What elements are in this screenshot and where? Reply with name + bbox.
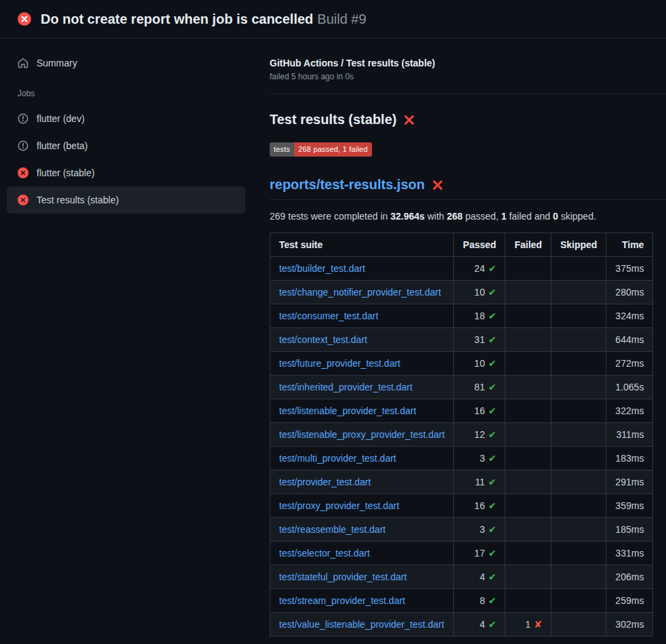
- sidebar-item-job[interactable]: flutter (beta): [7, 132, 245, 159]
- check-icon: ✔: [488, 500, 497, 511]
- summary-text: failed and: [507, 211, 554, 222]
- job-label: flutter (stable): [37, 166, 95, 180]
- test-suite-link[interactable]: test/listenable_provider_test.dart: [279, 405, 416, 416]
- sidebar: Summary Jobs flutter (dev)flutter (beta)…: [0, 39, 257, 224]
- table-row: test/value_listenable_provider_test.dart…: [270, 613, 653, 637]
- test-suite-link[interactable]: test/stateful_provider_test.dart: [279, 571, 407, 582]
- suite-cell: test/builder_test.dart: [270, 257, 454, 281]
- passed-count: 11: [475, 477, 485, 487]
- skipped-cell: [551, 399, 606, 423]
- table-row: test/proxy_provider_test.dart16✔359ms: [270, 494, 653, 518]
- test-suite-link[interactable]: test/multi_provider_test.dart: [279, 453, 396, 464]
- sidebar-item-job[interactable]: flutter (dev): [7, 105, 245, 132]
- passed-cell: 17✔: [454, 542, 505, 565]
- check-icon: ✔: [488, 358, 497, 369]
- sidebar-item-job[interactable]: Test results (stable): [7, 186, 245, 214]
- suite-cell: test/change_notifier_provider_test.dart: [270, 281, 454, 304]
- summary-text: 1: [501, 211, 507, 222]
- skipped-cell: [551, 589, 606, 613]
- table-row: test/context_test.dart31✔644ms: [270, 328, 653, 352]
- cancelled-icon: [18, 140, 28, 151]
- passed-count: 31: [474, 334, 485, 345]
- failed-cell: [505, 447, 551, 470]
- test-suite-link[interactable]: test/stream_provider_test.dart: [279, 595, 405, 606]
- job-label: Test results (stable): [37, 193, 119, 207]
- table-row: test/future_provider_test.dart10✔272ms: [270, 352, 653, 376]
- suite-cell: test/consumer_test.dart: [270, 304, 454, 328]
- column-header: Test suite: [270, 233, 454, 257]
- suite-cell: test/value_listenable_provider_test.dart: [270, 613, 454, 637]
- test-suite-link[interactable]: test/future_provider_test.dart: [279, 358, 400, 369]
- time-cell: 1.065s: [606, 376, 653, 399]
- suite-cell: test/future_provider_test.dart: [270, 352, 454, 376]
- skipped-cell: [551, 565, 606, 589]
- failed-count: 1: [525, 619, 530, 630]
- check-run-page: Do not create report when job is cancell…: [0, 0, 666, 644]
- failed-cell: [505, 565, 551, 589]
- time-cell: 324ms: [606, 304, 653, 328]
- skipped-cell: [551, 352, 606, 376]
- breadcrumb: GitHub Actions / Test results (stable): [270, 58, 666, 68]
- passed-count: 24: [474, 263, 485, 274]
- summary-text: passed,: [463, 211, 501, 222]
- time-cell: 185ms: [606, 518, 653, 542]
- time-cell: 644ms: [606, 328, 653, 352]
- column-header: Passed: [454, 233, 505, 257]
- failed-cell: [505, 470, 551, 494]
- table-row: test/selector_test.dart17✔331ms: [270, 542, 653, 565]
- time-cell: 311ms: [606, 423, 653, 447]
- skipped-cell: [551, 613, 606, 637]
- suite-cell: test/listenable_provider_test.dart: [270, 399, 454, 423]
- column-header: Time: [606, 233, 653, 257]
- passed-cell: 16✔: [454, 494, 505, 518]
- passed-cell: 16✔: [454, 399, 505, 423]
- test-suite-link[interactable]: test/inherited_provider_test.dart: [279, 382, 413, 393]
- badge-value: 268 passed, 1 failed: [294, 142, 371, 157]
- skipped-cell: [551, 257, 606, 281]
- passed-count: 17: [474, 548, 485, 559]
- report-file-link[interactable]: reports/test-results.json: [270, 177, 425, 193]
- sidebar-item-summary[interactable]: Summary: [7, 49, 245, 77]
- failed-cell: [505, 542, 551, 565]
- test-suite-link[interactable]: test/listenable_proxy_provider_test.dart: [279, 429, 444, 440]
- skipped-cell: [551, 518, 606, 542]
- test-suite-link[interactable]: test/provider_test.dart: [279, 477, 371, 487]
- passed-cell: 11✔: [454, 470, 505, 494]
- column-header: Skipped: [551, 233, 606, 257]
- passed-count: 8: [480, 595, 485, 606]
- test-suite-link[interactable]: test/context_test.dart: [279, 334, 367, 345]
- failed-cell: [505, 589, 551, 613]
- check-icon: ✔: [488, 405, 497, 416]
- suite-cell: test/multi_provider_test.dart: [270, 447, 454, 470]
- table-row: test/reassemble_test.dart3✔185ms: [270, 518, 653, 542]
- passed-count: 10: [474, 287, 485, 298]
- test-suite-link[interactable]: test/value_listenable_provider_test.dart: [279, 619, 444, 630]
- skipped-cell: [551, 423, 606, 447]
- suite-cell: test/stream_provider_test.dart: [270, 589, 454, 613]
- test-suite-link[interactable]: test/change_notifier_provider_test.dart: [279, 287, 441, 298]
- time-cell: 206ms: [606, 565, 653, 589]
- check-icon: ✔: [488, 619, 497, 630]
- test-suite-link[interactable]: test/reassemble_test.dart: [279, 524, 386, 535]
- table-row: test/stateful_provider_test.dart4✔206ms: [270, 565, 653, 589]
- test-suite-link[interactable]: test/selector_test.dart: [279, 548, 370, 559]
- main-content: GitHub Actions / Test results (stable) f…: [257, 39, 666, 644]
- failed-icon: [18, 195, 28, 205]
- failed-cell: [505, 281, 551, 304]
- test-suite-link[interactable]: test/builder_test.dart: [279, 263, 365, 274]
- failed-circle-icon: [18, 12, 31, 26]
- passed-cell: 8✔: [454, 589, 505, 613]
- test-suite-link[interactable]: test/consumer_test.dart: [279, 310, 378, 321]
- test-suite-link[interactable]: test/proxy_provider_test.dart: [279, 500, 399, 511]
- report-heading: reports/test-results.json: [270, 177, 666, 200]
- tests-badge: tests 268 passed, 1 failed: [270, 142, 372, 157]
- skipped-cell: [551, 328, 606, 352]
- summary-text: with: [425, 211, 447, 222]
- time-cell: 291ms: [606, 470, 653, 494]
- check-icon: ✔: [488, 524, 497, 535]
- summary-text: 32.964s: [390, 211, 425, 222]
- sidebar-item-job[interactable]: flutter (stable): [7, 159, 245, 186]
- sidebar-item-label: Summary: [37, 56, 77, 70]
- skipped-cell: [551, 304, 606, 328]
- suite-cell: test/inherited_provider_test.dart: [270, 376, 454, 399]
